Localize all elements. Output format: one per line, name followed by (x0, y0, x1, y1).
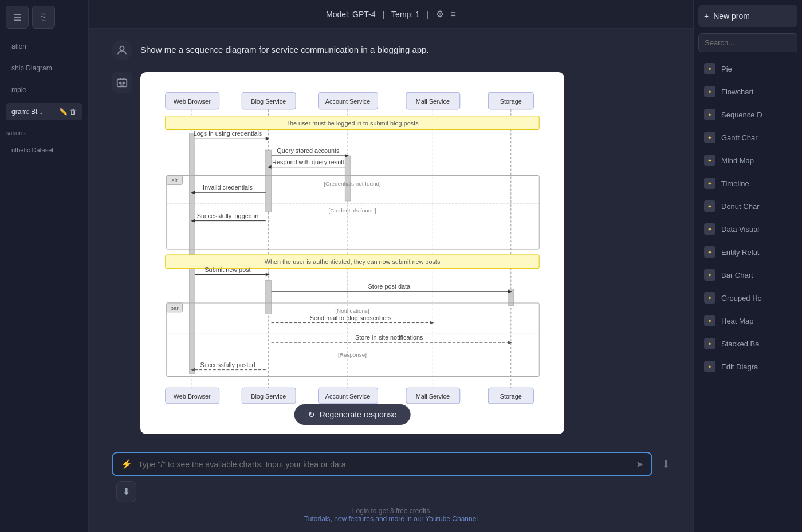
left-sidebar: ☰ ⎘ ation ship Diagram mple gram: Bl... … (0, 0, 89, 532)
bolt-icon: ⚡ (121, 459, 132, 470)
sidebar-edit-icon[interactable]: ✏️ (59, 108, 68, 116)
svg-rect-21 (189, 133, 195, 257)
right-item-datavisual[interactable]: ✦ Data Visual (698, 218, 797, 240)
right-item-flowchart[interactable]: ✦ Flowchart (698, 81, 797, 103)
svg-text:Blog Service: Blog Service (251, 393, 286, 400)
right-item-entity[interactable]: ✦ Entity Relat (698, 241, 797, 263)
editdiagram-label: Edit Diagra (721, 362, 758, 371)
svg-text:Query stored accounts: Query stored accounts (277, 147, 340, 154)
svg-text:Storage: Storage (500, 98, 522, 105)
send-icon[interactable]: ➤ (636, 459, 643, 470)
right-item-grouped[interactable]: ✦ Grouped Ho (698, 287, 797, 309)
grouped-icon: ✦ (704, 292, 715, 304)
top-bar-divider2: | (427, 10, 429, 19)
stacked-icon: ✦ (704, 338, 715, 349)
bot-avatar (112, 72, 132, 93)
svg-marker-65 (508, 341, 512, 344)
sidebar-item-ship-diagram[interactable]: ship Diagram (6, 60, 82, 77)
sidebar-diagram-label: gram: Bl... (11, 108, 43, 116)
model-label: Model: GPT-4 (326, 10, 375, 19)
svg-text:Mail Service: Mail Service (416, 393, 450, 400)
sidebar-new-tab-btn[interactable]: ⎘ (32, 6, 55, 29)
pie-label: Pie (721, 65, 732, 73)
new-prompt-button[interactable]: + New prom (698, 5, 797, 27)
bot-message-content: Web Browser Blog Service Account Service… (140, 72, 670, 434)
right-item-editdiagram[interactable]: ✦ Edit Diagra (698, 356, 797, 377)
heatmap-icon: ✦ (704, 315, 715, 326)
new-prompt-label: New prom (713, 11, 750, 21)
temp-label: Temp: 1 (391, 10, 420, 19)
top-bar-divider: | (382, 10, 384, 19)
tutorial-link[interactable]: Tutorials, new features and more in our … (304, 515, 478, 523)
barchart-label: Bar Chart (721, 271, 753, 279)
right-item-donut[interactable]: ✦ Donut Char (698, 195, 797, 217)
right-item-sequence[interactable]: ✦ Sequence D (698, 104, 797, 125)
grouped-label: Grouped Ho (721, 294, 762, 302)
svg-text:Successfully logged in: Successfully logged in (197, 212, 258, 219)
svg-text:alt: alt (171, 177, 178, 183)
right-item-pie[interactable]: ✦ Pie (698, 58, 797, 80)
right-item-gantt[interactable]: ✦ Gantt Char (698, 127, 797, 148)
timeline-label: Timeline (721, 179, 749, 188)
svg-marker-25 (266, 137, 270, 140)
settings-icon[interactable]: ⚙ (436, 9, 444, 19)
timeline-icon: ✦ (704, 178, 715, 189)
svg-point-3 (123, 82, 124, 84)
svg-text:Invalid credentials: Invalid credentials (203, 184, 253, 191)
svg-rect-22 (266, 150, 272, 212)
sidebar-dataset-item[interactable]: nthetic Dataset (6, 143, 82, 157)
right-item-timeline[interactable]: ✦ Timeline (698, 172, 797, 194)
svg-text:[Credentials found]: [Credentials found] (329, 207, 376, 214)
sidebar-item-mple[interactable]: mple (6, 81, 82, 98)
right-sidebar: + New prom ✦ Pie ✦ Flowchart ✦ Sequence … (693, 0, 802, 532)
datavisual-icon: ✦ (704, 223, 715, 235)
svg-text:par: par (170, 305, 179, 311)
svg-rect-47 (189, 269, 195, 374)
regenerate-button[interactable]: ↻ Regenerate response (294, 404, 411, 425)
svg-text:Mail Service: Mail Service (416, 98, 450, 105)
diagram-container: Web Browser Blog Service Account Service… (140, 72, 564, 434)
heatmap-label: Heat Map (721, 317, 753, 325)
flowchart-icon: ✦ (704, 86, 715, 97)
svg-text:The user must be logged in to : The user must be logged in to submit blo… (286, 120, 419, 127)
entity-label: Entity Relat (721, 248, 759, 257)
bot-message: Web Browser Blog Service Account Service… (112, 72, 670, 434)
search-input[interactable] (698, 33, 797, 52)
svg-text:Blog Service: Blog Service (251, 98, 286, 105)
right-item-stacked[interactable]: ✦ Stacked Ba (698, 333, 797, 354)
svg-rect-48 (266, 280, 272, 314)
right-item-heatmap[interactable]: ✦ Heat Map (698, 310, 797, 332)
editdiagram-icon: ✦ (704, 361, 715, 372)
svg-text:[Credentials not found]: [Credentials not found] (324, 180, 381, 187)
svg-text:Send mail to blog subscribers: Send mail to blog subscribers (310, 314, 392, 321)
user-message-text: Show me a sequence diagram for service c… (140, 40, 429, 57)
right-item-barchart[interactable]: ✦ Bar Chart (698, 264, 797, 286)
sidebar-menu-btn[interactable]: ☰ (6, 6, 29, 29)
sidebar-item-ation[interactable]: ation (6, 38, 82, 55)
sidebar-delete-icon[interactable]: 🗑 (70, 108, 77, 116)
svg-text:Store in-site notifications: Store in-site notifications (355, 334, 423, 341)
gantt-icon: ✦ (704, 132, 715, 143)
svg-rect-23 (345, 156, 351, 201)
sidebar-conversations-label: sations (6, 125, 82, 139)
svg-text:When the user is authenticated: When the user is authenticated, they can… (265, 258, 441, 265)
sidebar-diagram-actions: ✏️ 🗑 (59, 108, 77, 116)
pie-icon: ✦ (704, 63, 715, 74)
chat-area: Show me a sequence diagram for service c… (89, 29, 693, 443)
download-button[interactable]: ⬇ (116, 481, 136, 502)
svg-text:Store post data: Store post data (368, 283, 411, 290)
svg-text:Successfully posted: Successfully posted (200, 361, 255, 368)
top-bar: Model: GPT-4 | Temp: 1 | ⚙ ≡ (89, 0, 693, 29)
bottom-links: Login to get 3 free credits Tutorials, n… (112, 502, 670, 527)
expand-icon[interactable]: ⬇ (662, 458, 670, 471)
refresh-icon: ↻ (308, 410, 315, 419)
chat-input[interactable] (138, 460, 630, 469)
right-item-mindmap[interactable]: ✦ Mind Map (698, 149, 797, 171)
menu-icon[interactable]: ≡ (451, 9, 456, 19)
svg-text:Account Service: Account Service (325, 98, 370, 105)
svg-text:[Notifications]: [Notifications] (335, 308, 369, 314)
svg-text:Account Service: Account Service (325, 393, 370, 400)
svg-text:Logs in using credentials: Logs in using credentials (194, 130, 262, 137)
download-icon: ⬇ (123, 486, 130, 497)
sidebar-item-gram[interactable]: gram: Bl... ✏️ 🗑 (6, 103, 82, 120)
